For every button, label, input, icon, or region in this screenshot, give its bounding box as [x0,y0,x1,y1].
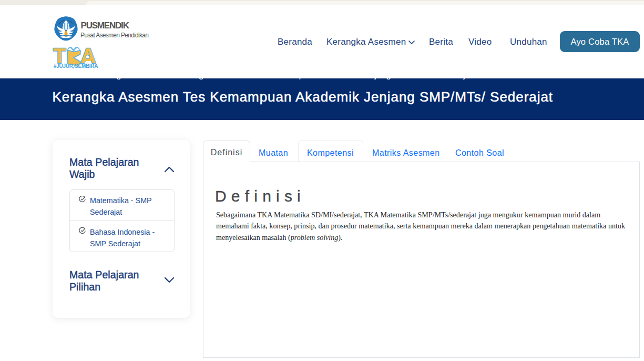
svg-text:#JUJUR,GEMBIRA: #JUJUR,GEMBIRA [54,63,98,69]
